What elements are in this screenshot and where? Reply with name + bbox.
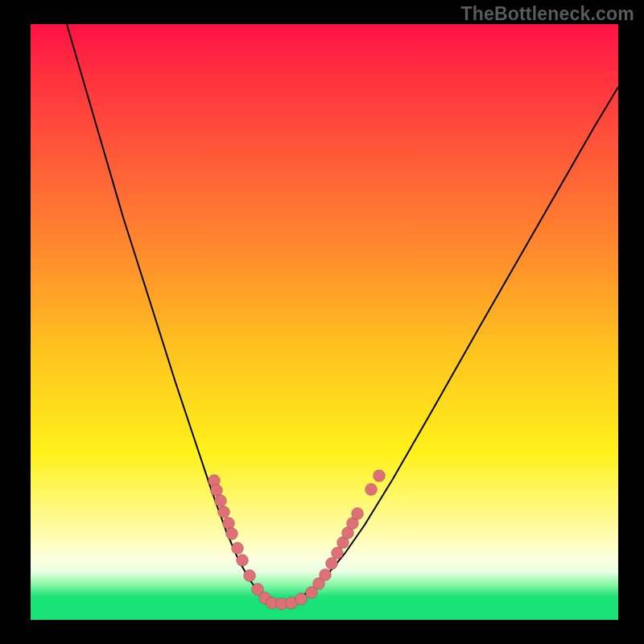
curve-beads (208, 470, 386, 610)
bead-marker (295, 593, 308, 605)
curve-svg (31, 24, 618, 620)
chart-frame: TheBottleneck.com (0, 0, 644, 644)
bead-marker (365, 484, 378, 496)
bead-marker (218, 506, 230, 518)
bead-marker (232, 543, 244, 555)
bead-marker (352, 508, 364, 520)
bead-marker (215, 495, 227, 507)
bead-marker (226, 528, 238, 540)
bottleneck-curve (67, 24, 618, 604)
bead-marker (244, 570, 256, 582)
bead-marker (374, 470, 386, 482)
bead-marker (237, 555, 249, 567)
plot-area (31, 24, 618, 620)
watermark-text: TheBottleneck.com (460, 3, 634, 25)
bead-marker (320, 569, 332, 581)
